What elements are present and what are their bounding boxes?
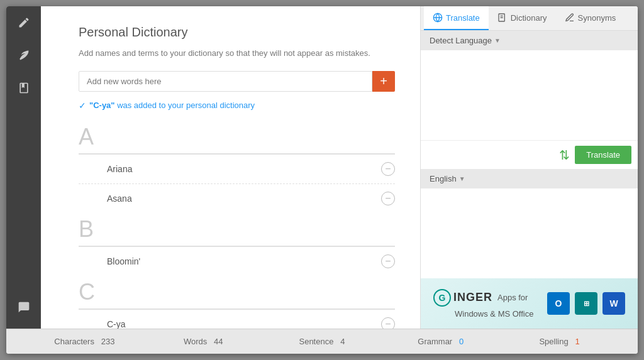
status-grammar: Grammar 0 [381,337,500,346]
grammar-value: 0 [459,337,464,346]
target-lang-bar: English ▼ [421,169,638,188]
remove-ariana-button[interactable]: − [381,162,395,176]
status-spelling: Spelling 1 [500,337,619,346]
word-bloomin: Bloomin' [107,256,381,266]
characters-value: 233 [101,337,115,346]
tab-translate-label: Translate [446,13,480,23]
source-lang-selector[interactable]: Detect Language ▼ [427,35,503,46]
tab-dictionary[interactable]: Dictionary [489,6,556,30]
letter-group-b: B Bloomin' − [79,213,395,276]
dict-input-row: + [79,71,395,92]
ginger-circle-icon: G [433,289,451,307]
remove-asana-button[interactable]: − [381,192,395,205]
ginger-sub-text: Windows & MS Office [433,309,533,319]
sentence-label: Sentence [299,337,333,346]
translate-btn-row: ⇅ Translate [421,140,638,169]
dict-description: Add names and terms to your dictionary s… [79,47,395,60]
source-lang-label: Detect Language [430,36,492,45]
checkmark-icon: ✓ [79,101,86,111]
status-words: Words 44 [144,337,263,346]
word-row-asana: Asana − [79,184,395,213]
word-cya: C-ya [107,319,381,329]
ginger-app-icons: O ⊞ W [547,292,625,315]
words-value: 44 [214,337,223,346]
chat-icon[interactable] [14,297,34,317]
tab-synonyms[interactable]: Synonyms [556,6,625,30]
tab-dictionary-label: Dictionary [511,13,547,23]
status-bar: Characters 233 Words 44 Sentence 4 Gramm… [6,329,638,354]
dict-add-input[interactable] [79,71,372,92]
word-row-bloomin: Bloomin' − [79,247,395,276]
source-lang-chevron: ▼ [494,37,501,44]
ginger-logo: G INGER Apps for Windows & MS Office [433,289,533,319]
translate-tabs: Translate Dictionary [421,6,638,31]
translate-button[interactable]: Translate [575,146,631,164]
spelling-value: 1 [575,337,580,346]
added-word: "C-ya" [89,101,115,110]
words-label: Words [184,337,207,346]
remove-bloomin-button[interactable]: − [381,254,395,268]
translate-input-area[interactable] [421,50,638,140]
ginger-brand-text: INGER [453,291,492,304]
dict-tab-icon [497,13,508,23]
spelling-label: Spelling [539,337,568,346]
added-message-text: "C-ya" was added to your personal dictio… [89,101,255,110]
letter-a: A [79,126,107,148]
book-icon[interactable] [14,78,34,98]
word-asana: Asana [107,194,381,204]
letter-header-b: B [79,213,395,247]
sentence-value: 4 [340,337,345,346]
tab-translate[interactable]: Translate [424,6,489,30]
dict-added-message: ✓ "C-ya" was added to your personal dict… [79,101,395,111]
word-ariana: Ariana [107,164,381,174]
status-characters: Characters 233 [25,337,144,346]
target-lang-selector[interactable]: English ▼ [427,173,468,185]
letter-c: C [79,281,107,303]
word-row-cya: C-ya − [79,310,395,329]
translate-panel: Translate Dictionary [421,6,638,329]
target-lang-label: English [430,174,457,183]
app-window: Personal Dictionary Add names and terms … [6,6,638,354]
letter-b: B [79,218,107,241]
leaf-icon[interactable] [14,45,34,65]
source-lang-bar: Detect Language ▼ [421,31,638,50]
pen-icon[interactable] [14,13,34,33]
word-icon[interactable]: W [602,292,625,315]
sidebar [6,6,41,329]
letter-header-a: A [79,121,395,155]
characters-label: Characters [54,337,94,346]
sharepoint-icon[interactable]: ⊞ [575,292,597,315]
word-row-ariana: Ariana − [79,155,395,184]
ginger-g-letter: G [439,293,446,303]
ginger-apps-label: Apps for [497,293,528,302]
dictionary-panel: Personal Dictionary Add names and terms … [41,6,421,329]
outlook-icon[interactable]: O [547,292,570,315]
synonyms-icon [565,13,575,23]
status-sentence: Sentence 4 [263,337,382,346]
grammar-label: Grammar [418,337,452,346]
letter-group-c: C C-ya − [79,276,395,329]
swap-icon[interactable]: ⇅ [559,148,570,163]
translate-output-area [421,188,638,278]
main-area: Personal Dictionary Add names and terms … [6,6,638,329]
tab-synonyms-label: Synonyms [578,13,616,23]
ginger-banner[interactable]: G INGER Apps for Windows & MS Office O ⊞ [421,278,638,329]
dict-add-button[interactable]: + [372,71,395,92]
globe-icon [433,13,443,23]
target-lang-chevron: ▼ [459,175,465,182]
remove-cya-button[interactable]: − [381,317,395,329]
letter-group-a: A Ariana − Asana − [79,121,395,213]
content-area: Personal Dictionary Add names and terms … [41,6,638,329]
letter-header-c: C [79,276,395,310]
dict-word-list: A Ariana − Asana − [79,121,395,329]
dict-title: Personal Dictionary [79,25,395,40]
